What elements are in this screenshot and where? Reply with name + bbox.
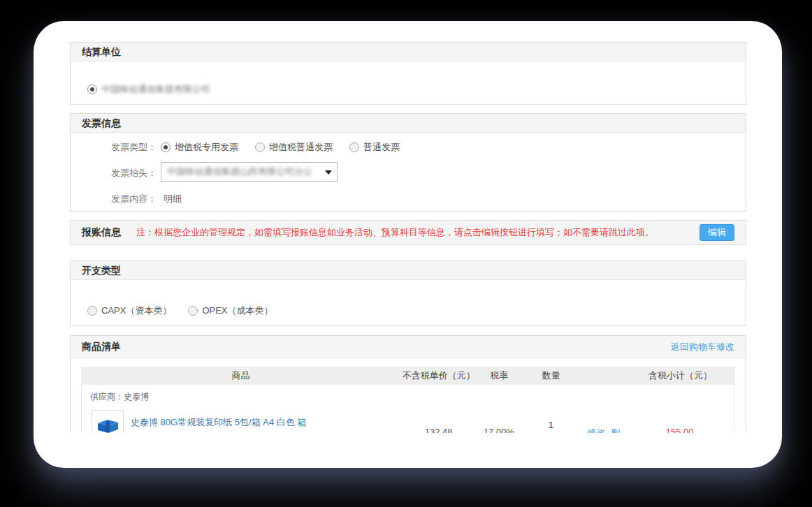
edit-button[interactable]: 编辑 — [699, 224, 734, 241]
invoice-type-options: 增值税专用发票 增值税普通发票 普通发票 — [161, 141, 416, 154]
invoice-content-value: 明细 — [164, 193, 182, 205]
expense-capx-radio[interactable] — [87, 306, 97, 316]
invoice-type-ordinary-radio[interactable] — [349, 142, 359, 152]
invoice-head-value: 中国移动通信集团山西有限公司分公 — [167, 166, 312, 178]
reimburse-title: 报账信息 — [82, 226, 121, 239]
settlement-section: 结算单位 中国移动通信集团有限公司 — [70, 42, 746, 105]
invoice-type-general-vat[interactable]: 增值税普通发票 — [255, 141, 333, 154]
invoice-type-special-vat-label: 增值税专用发票 — [175, 141, 238, 154]
modify-link[interactable]: 修改 — [587, 427, 605, 433]
product-thumbnail[interactable] — [92, 410, 124, 433]
product-tax-rate: 17.00% — [477, 410, 521, 433]
products-table-header: 商品 不含税单价（元） 税率 数量 含税小计（元） — [81, 367, 735, 385]
products-section: 商品清单 返回购物车修改 商品 不含税单价（元） 税率 数量 含税小计（元） 供… — [70, 335, 746, 433]
settlement-section-title: 结算单位 — [71, 43, 746, 61]
expense-section: 开支类型 CAPX（资本类） OPEX（成本类） — [70, 260, 746, 326]
column-subtotal: 含税小计（元） — [625, 369, 735, 382]
invoice-type-general-vat-label: 增值税普通发票 — [269, 141, 333, 154]
invoice-type-row: 发票类型： 增值税专用发票 增值税普通发票 普通发票 — [71, 141, 746, 154]
expense-section-title: 开支类型 — [71, 261, 746, 280]
chevron-down-icon — [325, 170, 332, 175]
invoice-head-select[interactable]: 中国移动通信集团山西有限公司分公 — [161, 162, 338, 182]
expense-option-capx[interactable]: CAPX（资本类） — [87, 304, 171, 317]
invoice-type-special-vat-radio[interactable] — [161, 142, 171, 152]
invoice-content-row: 发票内容： 明细 — [71, 193, 746, 205]
back-to-cart-link[interactable]: 返回购物车修改 — [671, 341, 734, 353]
expense-capx-label: CAPX（资本类） — [101, 304, 171, 317]
checkout-page: 结算单位 中国移动通信集团有限公司 发票信息 发票类型： 增值税专用发票 — [70, 42, 746, 433]
invoice-type-ordinary[interactable]: 普通发票 — [349, 141, 400, 154]
invoice-section: 发票信息 发票类型： 增值税专用发票 增值税普通发票 — [70, 113, 746, 212]
reimburse-note: 注：根据您企业的管理规定，如需填写报账信息如业务活动、预算科目等信息，请点击编辑… — [136, 226, 654, 239]
column-unit-price: 不含税单价（元） — [400, 369, 477, 382]
invoice-type-general-vat-radio[interactable] — [255, 142, 265, 152]
expense-body: CAPX（资本类） OPEX（成本类） — [71, 280, 746, 325]
invoice-head-row: 发票抬头： 中国移动通信集团山西有限公司分公 — [71, 159, 746, 187]
product-cell: 史泰博 80G常规装复印纸 5包/箱 A4 白色 箱 — [82, 410, 400, 433]
invoice-section-title: 发票信息 — [71, 114, 746, 133]
settlement-company-radio[interactable] — [87, 84, 97, 94]
products-body: 商品 不含税单价（元） 税率 数量 含税小计（元） 供应商：史泰博 — [71, 358, 746, 433]
products-title: 商品清单 — [82, 341, 121, 353]
product-quantity: 1 — [521, 410, 581, 430]
invoice-head-label: 发票抬头： — [71, 167, 157, 179]
settlement-body: 中国移动通信集团有限公司 — [71, 61, 746, 104]
product-unit-price: 132.48 — [400, 410, 477, 433]
product-row: 史泰博 80G常规装复印纸 5包/箱 A4 白色 箱 132.48 17.00%… — [82, 410, 734, 433]
supplier-label: 供应商：史泰博 — [82, 385, 734, 410]
products-header: 商品清单 返回购物车修改 — [71, 336, 746, 358]
invoice-type-ordinary-label: 普通发票 — [363, 141, 400, 154]
column-tax-rate: 税率 — [477, 369, 521, 382]
expense-opex-label: OPEX（成本类） — [202, 304, 273, 317]
product-name-link[interactable]: 史泰博 80G常规装复印纸 5包/箱 A4 白色 箱 — [131, 417, 306, 428]
column-product: 商品 — [81, 369, 400, 382]
invoice-type-label: 发票类型： — [71, 141, 157, 154]
expense-option-opex[interactable]: OPEX（成本类） — [188, 304, 273, 317]
invoice-body: 发票类型： 增值税专用发票 增值税普通发票 普通发票 — [71, 133, 746, 205]
products-rows: 供应商：史泰博 — [81, 385, 735, 433]
reimburse-bar: 报账信息 注：根据您企业的管理规定，如需填写报账信息如业务活动、预算科目等信息，… — [70, 220, 746, 245]
content-card: 结算单位 中国移动通信集团有限公司 发票信息 发票类型： 增值税专用发票 — [34, 21, 782, 468]
invoice-type-special-vat[interactable]: 增值税专用发票 — [161, 141, 238, 154]
column-quantity: 数量 — [521, 369, 581, 382]
product-subtotal: 155.00 — [625, 410, 734, 433]
expense-opex-radio[interactable] — [188, 306, 198, 316]
paper-box-icon — [94, 412, 122, 433]
settlement-company-option[interactable]: 中国移动通信集团有限公司 — [87, 83, 210, 96]
product-actions: 修改 删除 — [581, 410, 625, 433]
invoice-content-label: 发票内容： — [71, 193, 157, 205]
settlement-company-label: 中国移动通信集团有限公司 — [101, 83, 210, 96]
